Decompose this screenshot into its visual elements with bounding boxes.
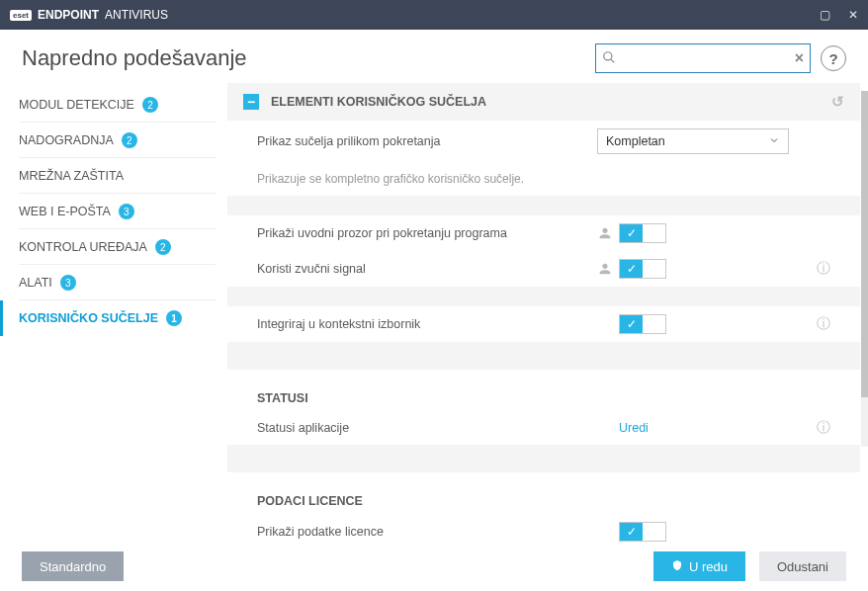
sidebar-item-label: MREŽNA ZAŠTITA bbox=[19, 169, 124, 183]
sidebar-item-label: NADOGRADNJA bbox=[19, 133, 114, 147]
sidebar-item-tools[interactable]: ALATI 3 bbox=[0, 265, 227, 300]
search-box[interactable]: × bbox=[595, 43, 811, 73]
close-icon[interactable]: ✕ bbox=[848, 8, 858, 22]
spacer bbox=[227, 196, 860, 215]
helper-text: Prikazuje se kompletno grafičko korisnič… bbox=[257, 172, 524, 186]
row-label: Statusi aplikacije bbox=[257, 421, 597, 435]
default-button[interactable]: Standardno bbox=[22, 551, 124, 581]
spacer bbox=[227, 342, 860, 370]
sidebar-item-update[interactable]: NADOGRADNJA 2 bbox=[0, 123, 227, 158]
dropdown-value: Kompletan bbox=[606, 134, 665, 148]
sidebar-item-web-email[interactable]: WEB I E-POŠTA 3 bbox=[0, 194, 227, 229]
row-label: Prikaži podatke licence bbox=[257, 525, 597, 539]
reset-icon[interactable]: ↺ bbox=[831, 93, 844, 111]
section-title: PODACI LICENCE bbox=[257, 494, 363, 508]
maximize-icon[interactable]: ▢ bbox=[820, 8, 830, 22]
row-splash: Prikaži uvodni prozor pri pokretanju pro… bbox=[227, 215, 860, 251]
svg-line-1 bbox=[611, 59, 614, 62]
clear-icon[interactable]: × bbox=[795, 49, 804, 67]
brand-icon: eset bbox=[10, 10, 32, 21]
sidebar-badge: 2 bbox=[142, 97, 158, 113]
row-app-statuses: Statusi aplikacije Uredi ⓘ bbox=[227, 411, 860, 445]
titlebar: eset ENDPOINT ANTIVIRUS ▢ ✕ bbox=[0, 0, 868, 30]
header: Napredno podešavanje × ? bbox=[0, 30, 868, 83]
sidebar-item-device-control[interactable]: KONTROLA UREĐAJA 2 bbox=[0, 229, 227, 265]
info-icon[interactable]: ⓘ bbox=[817, 260, 830, 276]
shield-icon bbox=[671, 559, 683, 574]
ok-button-label: U redu bbox=[689, 559, 728, 574]
sidebar-item-label: KONTROLA UREĐAJA bbox=[19, 240, 147, 254]
section-title: STATUSI bbox=[257, 391, 308, 405]
footer: Standardno U redu Odustani bbox=[0, 542, 868, 591]
info-icon[interactable]: ⓘ bbox=[817, 419, 830, 435]
policy-icon bbox=[597, 225, 613, 241]
license-data-toggle[interactable]: ✓ bbox=[619, 522, 666, 542]
sidebar-item-detection[interactable]: MODUL DETEKCIJE 2 bbox=[0, 87, 227, 123]
sidebar-item-label: KORISNIČKO SUČELJE bbox=[19, 311, 158, 325]
context-menu-toggle[interactable]: ✓ bbox=[619, 314, 666, 334]
sidebar-item-label: WEB I E-POŠTA bbox=[19, 205, 111, 218]
ok-button[interactable]: U redu bbox=[653, 551, 745, 581]
sidebar-badge: 3 bbox=[119, 204, 134, 219]
section-header-license: PODACI LICENCE bbox=[227, 472, 860, 514]
sidebar: MODUL DETEKCIJE 2 NADOGRADNJA 2 MREŽNA Z… bbox=[0, 83, 227, 555]
row-sound: Koristi zvučni signal ✓ ⓘ bbox=[227, 251, 860, 287]
sound-toggle[interactable]: ✓ bbox=[619, 259, 666, 279]
row-label: Prikaži uvodni prozor pri pokretanju pro… bbox=[257, 226, 597, 240]
svg-point-0 bbox=[604, 51, 612, 59]
edit-statuses-link[interactable]: Uredi bbox=[619, 421, 649, 435]
collapse-icon[interactable]: − bbox=[243, 94, 259, 110]
row-startup-help: Prikazuje se kompletno grafičko korisnič… bbox=[227, 162, 860, 196]
sidebar-item-label: MODUL DETEKCIJE bbox=[19, 98, 134, 112]
row-context-menu: Integriraj u kontekstni izbornik ✓ ⓘ bbox=[227, 306, 860, 342]
search-icon bbox=[602, 50, 616, 67]
sidebar-item-label: ALATI bbox=[19, 276, 52, 290]
section-header-statuses: STATUSI bbox=[227, 370, 860, 411]
scrollbar-thumb[interactable] bbox=[861, 91, 868, 397]
brand: eset ENDPOINT ANTIVIRUS bbox=[10, 8, 168, 22]
brand-name-light: ANTIVIRUS bbox=[105, 8, 168, 22]
chevron-down-icon bbox=[768, 134, 780, 149]
section-title: ELEMENTI KORISNIČKOG SUČELJA bbox=[271, 95, 486, 109]
info-icon[interactable]: ⓘ bbox=[817, 315, 830, 331]
sidebar-badge: 3 bbox=[60, 275, 76, 291]
policy-icon bbox=[597, 261, 613, 277]
cancel-button[interactable]: Odustani bbox=[759, 551, 846, 581]
row-label: Koristi zvučni signal bbox=[257, 262, 597, 276]
startup-display-dropdown[interactable]: Kompletan bbox=[597, 128, 789, 154]
row-label: Integriraj u kontekstni izbornik bbox=[257, 317, 597, 331]
row-label: Prikaz sučelja prilikom pokretanja bbox=[257, 134, 597, 148]
sidebar-item-ui[interactable]: KORISNIČKO SUČELJE 1 bbox=[0, 300, 227, 336]
row-startup-display: Prikaz sučelja prilikom pokretanja Kompl… bbox=[227, 121, 860, 162]
main-panel: − ELEMENTI KORISNIČKOG SUČELJA ↺ Prikaz … bbox=[227, 83, 868, 555]
section-header-ui-elements: − ELEMENTI KORISNIČKOG SUČELJA ↺ bbox=[227, 83, 860, 121]
spacer bbox=[227, 287, 860, 306]
sidebar-badge: 2 bbox=[155, 239, 171, 255]
spacer bbox=[227, 445, 860, 472]
search-input[interactable] bbox=[616, 51, 795, 66]
splash-toggle[interactable]: ✓ bbox=[619, 223, 666, 243]
page-title: Napredno podešavanje bbox=[22, 45, 247, 71]
help-button[interactable]: ? bbox=[821, 45, 846, 71]
sidebar-badge: 1 bbox=[166, 310, 182, 326]
sidebar-item-network[interactable]: MREŽNA ZAŠTITA bbox=[0, 158, 227, 194]
brand-name-strong: ENDPOINT bbox=[38, 8, 99, 22]
sidebar-badge: 2 bbox=[122, 132, 137, 148]
